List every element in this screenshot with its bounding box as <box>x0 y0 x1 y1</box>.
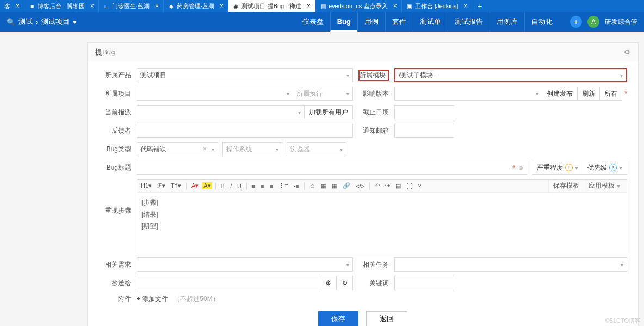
tb-code[interactable]: </> <box>354 183 366 189</box>
tb-format[interactable]: ℱ▾ <box>156 182 167 189</box>
tb-font[interactable]: T†▾ <box>169 182 183 189</box>
refresh-button[interactable]: 刷新 <box>578 87 600 101</box>
project-select[interactable] <box>137 87 293 101</box>
label-bugtype: Bug类型 <box>98 145 131 154</box>
tb-align-right[interactable]: ≡ <box>268 183 275 189</box>
nav-auto[interactable]: 自动化 <box>524 12 559 32</box>
close-icon[interactable]: × <box>155 2 159 10</box>
browser-tab[interactable]: ▤eyedsion_cs-盘点录入× <box>315 0 402 12</box>
feedback-input[interactable] <box>137 124 353 138</box>
browser-tab-active[interactable]: ◉测试项目-提Bug - 禅道× <box>228 0 315 12</box>
nav-report[interactable]: 测试报告 <box>448 12 490 32</box>
nav-caselib[interactable]: 用例库 <box>490 12 524 32</box>
label-task: 相关任务 <box>358 260 389 269</box>
back-button[interactable]: 返回 <box>366 311 407 326</box>
title-input[interactable]: * ⊛ <box>137 161 527 175</box>
label-cc: 抄送给 <box>98 279 131 288</box>
nav-testtask[interactable]: 测试单 <box>413 12 448 32</box>
tb-source[interactable]: ▤ <box>394 182 403 189</box>
tb-undo[interactable]: ↶ <box>373 182 381 189</box>
mail-input[interactable] <box>394 124 454 138</box>
search-icon: 🔍 <box>7 18 15 26</box>
tb-align-left[interactable]: ≡ <box>250 183 257 189</box>
tb-redo[interactable]: ↷ <box>383 182 392 189</box>
breadcrumb-current[interactable]: 测试项目 <box>41 17 70 27</box>
module-select[interactable]: /测试子模块一 <box>394 68 627 82</box>
tb-italic[interactable]: I <box>228 183 233 189</box>
close-icon[interactable]: × <box>307 2 311 10</box>
nav-dashboard[interactable]: 仪表盘 <box>296 12 330 32</box>
keywords-input[interactable] <box>394 276 454 290</box>
result-placeholder: [结果] <box>141 209 622 221</box>
browser-tab[interactable]: ■博客后台 - 博客园× <box>24 0 99 12</box>
new-tab-button[interactable]: + <box>472 2 487 10</box>
tb-table[interactable]: ▦ <box>330 182 339 189</box>
exec-select[interactable]: 所属执行 <box>293 87 353 101</box>
assign-select[interactable] <box>137 105 305 119</box>
bugtype-select[interactable]: 代码错误× <box>137 142 218 156</box>
save-button[interactable]: 保存 <box>318 311 358 326</box>
tb-bold[interactable]: B <box>219 183 226 189</box>
browser-tab[interactable]: 客× <box>0 0 24 12</box>
nav-menu: 仪表盘 Bug 用例 套件 测试单 测试报告 用例库 自动化 <box>296 12 559 32</box>
story-select[interactable] <box>137 257 353 272</box>
close-icon[interactable]: × <box>220 2 224 10</box>
task-select[interactable] <box>394 257 627 272</box>
file-hint: （不超过50M） <box>174 294 219 304</box>
site-icon: ◆ <box>168 3 175 9</box>
tb-highlight[interactable]: A▾ <box>202 182 212 189</box>
close-icon[interactable]: × <box>16 2 20 10</box>
browser-tab[interactable]: □门诊医生·蓝湖× <box>99 0 164 12</box>
save-template-button[interactable]: 保存模板 <box>548 180 584 193</box>
breadcrumb-root[interactable]: 测试 <box>18 17 33 27</box>
all-button[interactable]: 所有 <box>600 87 622 101</box>
nav-suite[interactable]: 套件 <box>385 12 413 32</box>
browser-tab[interactable]: ▣工作台 [Jenkins]× <box>402 0 472 12</box>
breadcrumb[interactable]: 🔍 测试 › 测试项目 ▾ <box>7 17 77 27</box>
tb-align-center[interactable]: ≡ <box>259 183 265 189</box>
site-icon: ■ <box>29 3 35 9</box>
tb-color[interactable]: A▾ <box>190 182 200 189</box>
priority-select[interactable]: 优先级3▾ <box>583 161 627 175</box>
version-select[interactable] <box>394 87 542 101</box>
nav-bug[interactable]: Bug <box>330 12 357 32</box>
tb-underline[interactable]: U <box>236 183 243 189</box>
tb-help[interactable]: ? <box>416 183 423 189</box>
browser-select[interactable]: 浏览器 <box>287 142 346 156</box>
site-icon: ▣ <box>406 3 413 9</box>
app-navbar: 🔍 测试 › 测试项目 ▾ 仪表盘 Bug 用例 套件 测试单 测试报告 用例库… <box>0 12 644 32</box>
tb-image[interactable]: ▦ <box>319 182 328 189</box>
tb-ol[interactable]: ⋮≡ <box>277 182 289 189</box>
tb-ul[interactable]: •≡ <box>292 183 301 189</box>
cc-select[interactable] <box>137 276 320 290</box>
cc-refresh-button[interactable]: ↻ <box>337 276 353 290</box>
severity-select[interactable]: 严重程度!▾ <box>532 161 583 175</box>
nav-case[interactable]: 用例 <box>357 12 385 32</box>
add-file-button[interactable]: + 添加文件 <box>137 294 168 304</box>
use-template-button[interactable]: 应用模板 ▾ <box>584 180 624 193</box>
deadline-input[interactable] <box>394 105 454 119</box>
add-button[interactable]: + <box>570 16 582 28</box>
gear-icon[interactable]: ⚙ <box>624 48 630 56</box>
os-select[interactable]: 操作系统 <box>222 142 282 156</box>
tb-heading[interactable]: H1▾ <box>139 182 153 189</box>
tb-fullscreen[interactable]: ⛶ <box>405 183 414 189</box>
browser-tab[interactable]: ◆药房管理·蓝湖× <box>164 0 228 12</box>
loadall-button[interactable]: 加载所有用户 <box>305 105 353 119</box>
close-icon[interactable]: × <box>90 2 94 10</box>
label-project: 所属项目 <box>98 89 131 99</box>
close-icon[interactable]: × <box>393 2 397 10</box>
product-select[interactable]: 测试项目 <box>137 68 353 82</box>
tb-emoji[interactable]: ☺ <box>308 183 317 189</box>
label-steps: 重现步骤 <box>98 179 131 216</box>
editor-body[interactable]: [步骤] [结果] [期望] <box>137 193 627 253</box>
tb-link[interactable]: 🔗 <box>341 182 352 189</box>
avatar[interactable]: A <box>587 16 599 28</box>
create-release-button[interactable]: 创建发布 <box>542 87 578 101</box>
close-icon[interactable]: × <box>463 2 467 10</box>
site-icon: ▤ <box>320 3 326 9</box>
clear-icon[interactable]: × <box>203 145 207 153</box>
chevron-down-icon[interactable]: ▾ <box>73 18 77 26</box>
expect-placeholder: [期望] <box>141 220 622 232</box>
cc-settings-button[interactable]: ⚙ <box>320 276 337 290</box>
